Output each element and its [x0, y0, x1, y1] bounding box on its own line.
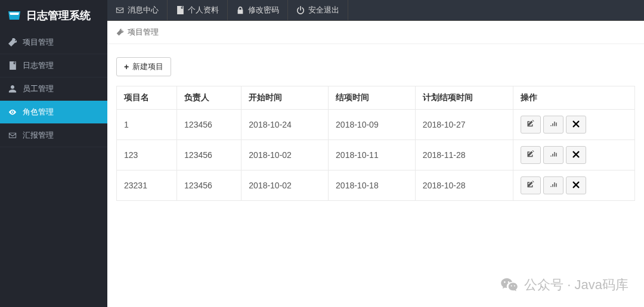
close-icon: [572, 150, 580, 160]
edit-button[interactable]: [521, 146, 541, 164]
edit-icon: [527, 150, 535, 160]
col-header-3: 结项时间: [329, 86, 416, 110]
mail-icon: [8, 131, 17, 139]
breadcrumb-label: 项目管理: [128, 27, 159, 38]
cell-actions: [513, 140, 635, 170]
cell-plan_end: 2018-10-28: [415, 170, 513, 201]
wrench-icon: [8, 38, 17, 46]
cell-start: 2018-10-02: [242, 170, 329, 201]
user-icon: [8, 85, 17, 93]
cell-name: 123: [117, 140, 177, 170]
chart-icon: [549, 120, 558, 130]
cell-owner: 123456: [177, 170, 242, 201]
top-link-label: 安全退出: [308, 5, 339, 15]
cell-end: 2018-10-18: [329, 170, 416, 201]
topbar: 消息中心个人资料修改密码安全退出: [107, 0, 644, 21]
eye-icon: [8, 108, 17, 116]
projects-table: 项目名负责人开始时间结项时间计划结项时间操作 11234562018-10-24…: [116, 86, 635, 201]
plus-icon: +: [124, 62, 129, 72]
main-area: 消息中心个人资料修改密码安全退出 项目管理 + 新建项目 项目名负责人开始时间结…: [107, 0, 644, 307]
col-header-4: 计划结项时间: [415, 86, 513, 110]
sidebar: 日志管理系统 项目管理日志管理员工管理角色管理汇报管理: [0, 0, 107, 307]
table-row: 11234562018-10-242018-10-092018-10-27: [117, 110, 635, 140]
chart-icon: [549, 181, 558, 191]
edit-icon: [527, 181, 535, 191]
mail-icon: [116, 6, 124, 14]
app-logo: 日志管理系统: [0, 0, 107, 31]
sidebar-item-label: 项目管理: [23, 37, 54, 48]
cell-owner: 123456: [177, 140, 242, 170]
table-row: 232311234562018-10-022018-10-182018-10-2…: [117, 170, 635, 201]
close-icon: [572, 120, 580, 130]
table-header-row: 项目名负责人开始时间结项时间计划结项时间操作: [117, 86, 635, 110]
sidebar-item-label: 日志管理: [23, 60, 54, 71]
sidebar-item-2[interactable]: 员工管理: [0, 77, 107, 101]
cell-actions: [513, 170, 635, 201]
sidebar-item-3[interactable]: 角色管理: [0, 101, 107, 124]
stats-button[interactable]: [543, 176, 564, 194]
top-link-0[interactable]: 消息中心: [107, 0, 168, 20]
sidebar-item-0[interactable]: 项目管理: [0, 31, 107, 54]
delete-button[interactable]: [566, 176, 586, 194]
sidebar-item-label: 汇报管理: [23, 130, 54, 141]
col-header-5: 操作: [513, 86, 635, 110]
stats-button[interactable]: [543, 116, 564, 134]
new-button-label: 新建项目: [132, 61, 163, 72]
wrench-icon: [116, 29, 124, 36]
top-link-1[interactable]: 个人资料: [168, 0, 228, 20]
stats-button[interactable]: [543, 146, 564, 164]
doc-icon: [8, 61, 17, 70]
logo-icon: [7, 10, 21, 21]
new-project-button[interactable]: + 新建项目: [116, 57, 171, 76]
top-link-3[interactable]: 安全退出: [288, 0, 348, 20]
breadcrumb: 项目管理: [107, 21, 644, 44]
content: + 新建项目 项目名负责人开始时间结项时间计划结项时间操作 1123456201…: [107, 44, 644, 307]
close-icon: [572, 181, 580, 191]
sidebar-item-1[interactable]: 日志管理: [0, 54, 107, 77]
edit-button[interactable]: [521, 176, 541, 194]
col-header-0: 项目名: [117, 86, 177, 110]
cell-end: 2018-10-11: [329, 140, 416, 170]
sidebar-item-label: 员工管理: [23, 83, 54, 94]
col-header-1: 负责人: [177, 86, 242, 110]
power-icon: [296, 6, 305, 14]
top-link-2[interactable]: 修改密码: [228, 0, 288, 20]
app-title: 日志管理系统: [26, 8, 91, 23]
cell-start: 2018-10-02: [242, 140, 329, 170]
table-row: 1231234562018-10-022018-10-112018-11-28: [117, 140, 635, 170]
cell-start: 2018-10-24: [242, 110, 329, 140]
cell-plan_end: 2018-11-28: [415, 140, 513, 170]
cell-plan_end: 2018-10-27: [415, 110, 513, 140]
lock-icon: [236, 6, 244, 14]
cell-actions: [513, 110, 635, 140]
cell-name: 23231: [117, 170, 177, 201]
top-link-label: 修改密码: [248, 5, 279, 15]
sidebar-item-4[interactable]: 汇报管理: [0, 124, 107, 147]
cell-name: 1: [117, 110, 177, 140]
chart-icon: [549, 150, 558, 160]
top-link-label: 消息中心: [128, 5, 159, 15]
delete-button[interactable]: [566, 146, 586, 164]
col-header-2: 开始时间: [242, 86, 329, 110]
edit-button[interactable]: [521, 116, 541, 134]
doc-icon: [176, 6, 184, 14]
top-link-label: 个人资料: [188, 5, 219, 15]
sidebar-item-label: 角色管理: [23, 107, 54, 117]
cell-owner: 123456: [177, 110, 242, 140]
delete-button[interactable]: [566, 116, 586, 134]
cell-end: 2018-10-09: [329, 110, 416, 140]
edit-icon: [527, 120, 535, 130]
